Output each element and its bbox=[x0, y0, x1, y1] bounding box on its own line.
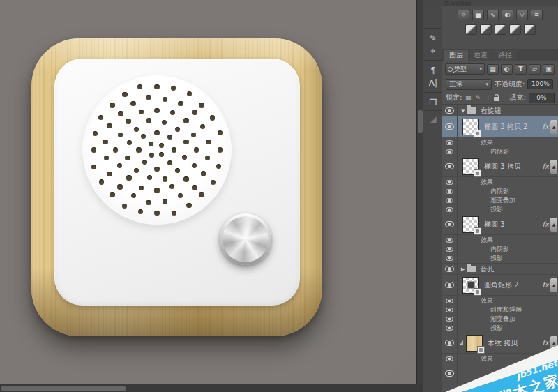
fx-collapse-chevron[interactable]: ▲ bbox=[550, 278, 557, 292]
grille-hole bbox=[187, 91, 192, 96]
layer-fxheader-row[interactable]: 效果 bbox=[442, 296, 558, 306]
visibility-toggle[interactable] bbox=[442, 275, 458, 295]
filter-type-layers-icon[interactable]: T bbox=[515, 64, 527, 75]
layer-row[interactable]: 椭圆 3 拷贝fx▲ bbox=[442, 156, 558, 177]
blend-mode-dropdown[interactable]: 正常 ▾ bbox=[446, 79, 492, 90]
adj-exposure[interactable]: ◐ bbox=[502, 10, 513, 20]
layer-name[interactable]: 圆角矩形 2 bbox=[484, 280, 519, 290]
fx-badge: fx bbox=[543, 220, 550, 228]
adj-channel-mixer[interactable] bbox=[509, 24, 521, 35]
grille-hole bbox=[149, 153, 154, 158]
layer-effect-row[interactable]: 投影 bbox=[442, 205, 558, 214]
filter-smart-object-icon[interactable]: ▣ bbox=[543, 64, 555, 75]
lock-image-pixels-icon[interactable]: ✎ bbox=[474, 94, 481, 101]
grille-hole bbox=[186, 203, 191, 208]
paragraph-panel-icon[interactable]: ¶ bbox=[425, 64, 441, 76]
layer-name[interactable]: 椭圆 3 拷贝 bbox=[484, 162, 521, 172]
grille-hole bbox=[218, 147, 223, 152]
adj-black-white[interactable] bbox=[480, 24, 492, 35]
canvas-vertical-scrollbar[interactable] bbox=[416, 0, 423, 384]
layer-name[interactable]: 椭圆 3 bbox=[484, 220, 505, 229]
threed-panel-icon[interactable]: ❐ bbox=[425, 96, 441, 108]
grille-hole bbox=[199, 192, 204, 197]
adj-color-balance[interactable] bbox=[465, 24, 477, 35]
adj-vibrance[interactable]: ▽ bbox=[516, 10, 528, 20]
horizontal-scrollbar-thumb[interactable] bbox=[1, 386, 126, 391]
tab-图层[interactable]: 图层 bbox=[444, 50, 468, 61]
visibility-toggle[interactable] bbox=[442, 205, 458, 214]
layer-name[interactable]: 椭圆 3 拷贝 2 bbox=[484, 122, 527, 132]
layer-group-row[interactable]: ▼右旋钮 bbox=[442, 105, 558, 116]
grille-hole bbox=[191, 133, 196, 137]
adj-color-lookup[interactable] bbox=[524, 24, 536, 35]
lock-position-icon[interactable]: ＋ bbox=[484, 93, 491, 103]
opacity-field[interactable]: 100% bbox=[527, 79, 553, 89]
layer-effect-row[interactable]: 渐变叠加 bbox=[442, 196, 558, 205]
layer-row[interactable]: 椭圆 3 拷贝 2fx▲ bbox=[442, 116, 558, 137]
lock-transparent-pixels-icon[interactable]: ▦ bbox=[465, 94, 472, 101]
layer-thumbnail[interactable] bbox=[462, 158, 479, 175]
grille-hole bbox=[211, 180, 216, 185]
layer-row[interactable]: 椭圆 3fx▲ bbox=[442, 214, 558, 235]
adj-photo-filter[interactable] bbox=[495, 24, 506, 35]
grille-hole bbox=[163, 199, 167, 204]
adj-curves[interactable]: ∿ bbox=[487, 10, 499, 20]
visibility-toggle[interactable] bbox=[442, 156, 458, 176]
layer-group-row[interactable]: ▶音孔 bbox=[442, 263, 558, 275]
disclosure-triangle-icon[interactable]: ▼ bbox=[461, 108, 465, 114]
layer-thumbnail[interactable] bbox=[462, 277, 479, 294]
clone-source-panel-icon[interactable]: ⌖ bbox=[425, 45, 441, 56]
layer-fxheader-row[interactable]: 效果 bbox=[442, 235, 558, 245]
visibility-toggle[interactable] bbox=[442, 177, 458, 187]
visibility-toggle[interactable] bbox=[442, 187, 458, 196]
visibility-toggle[interactable] bbox=[442, 245, 458, 254]
filter-adjustment-icon[interactable]: ◐ bbox=[501, 64, 513, 75]
visibility-toggle[interactable] bbox=[442, 105, 458, 116]
layer-effect-row[interactable]: 内阴影 bbox=[442, 245, 558, 254]
layer-row[interactable]: 圆角矩形 2fx▲ bbox=[442, 275, 558, 296]
layer-effect-row[interactable]: 投影 bbox=[442, 254, 558, 263]
effects-header-label: 效果 bbox=[481, 178, 493, 187]
visibility-toggle[interactable] bbox=[442, 264, 458, 274]
grille-hole bbox=[147, 175, 152, 180]
lock-all-icon[interactable] bbox=[494, 97, 499, 101]
layer-fxheader-row[interactable]: 效果 bbox=[442, 177, 558, 187]
fx-collapse-chevron[interactable]: ▲ bbox=[550, 218, 557, 232]
filter-shape-layers-icon[interactable]: ▱ bbox=[529, 64, 541, 75]
visibility-toggle[interactable] bbox=[442, 306, 458, 315]
visibility-toggle[interactable] bbox=[442, 116, 458, 137]
canvas-horizontal-scrollbar[interactable] bbox=[0, 384, 423, 392]
tab-路径[interactable]: 路径 bbox=[493, 50, 517, 61]
fx-collapse-chevron[interactable]: ▲ bbox=[550, 120, 557, 134]
adj-brightness-contrast[interactable]: ☼ bbox=[458, 10, 469, 20]
brush-panel-icon[interactable]: ✎ bbox=[425, 32, 441, 44]
visibility-toggle[interactable] bbox=[442, 196, 458, 205]
grille-hole bbox=[154, 130, 159, 135]
fx-collapse-chevron[interactable]: ▲ bbox=[550, 160, 557, 174]
visibility-toggle[interactable] bbox=[442, 137, 458, 147]
grille-hole bbox=[141, 134, 146, 139]
layer-thumbnail[interactable] bbox=[462, 119, 479, 135]
visibility-toggle[interactable] bbox=[442, 214, 458, 234]
layer-effect-row[interactable]: 内阴影 bbox=[442, 147, 558, 156]
character-panel-icon[interactable]: A| bbox=[425, 77, 441, 89]
grille-hole bbox=[136, 147, 141, 152]
visibility-toggle[interactable] bbox=[442, 254, 458, 263]
disclosure-triangle-icon[interactable]: ▶ bbox=[461, 266, 465, 272]
visibility-toggle[interactable] bbox=[442, 235, 458, 245]
grille-hole bbox=[205, 156, 210, 160]
layer-fxheader-row[interactable]: 效果 bbox=[442, 137, 558, 147]
vertical-scrollbar-thumb[interactable] bbox=[418, 110, 423, 133]
layer-effect-row[interactable]: 内阴影 bbox=[442, 187, 558, 196]
fill-field[interactable]: 0% bbox=[529, 93, 555, 103]
adj-hue-saturation[interactable]: ≡ bbox=[531, 10, 543, 20]
tab-通道[interactable]: 通道 bbox=[469, 50, 492, 61]
layer-effect-row[interactable]: 斜面和浮雕 bbox=[442, 306, 558, 315]
layer-thumbnail[interactable] bbox=[462, 216, 479, 233]
filter-kind-dropdown[interactable]: 类型 ▾ bbox=[445, 63, 485, 75]
visibility-toggle[interactable] bbox=[442, 147, 458, 156]
document-canvas[interactable] bbox=[0, 0, 416, 384]
adj-levels[interactable]: ▅ bbox=[472, 10, 484, 20]
filter-pixel-layers-icon[interactable]: ▦ bbox=[487, 64, 499, 75]
visibility-toggle[interactable] bbox=[442, 296, 458, 306]
